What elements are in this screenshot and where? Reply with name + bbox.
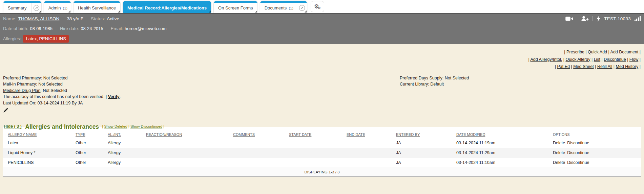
lightning-bolt-icon[interactable] [597, 16, 600, 22]
tab-documents-label: Documents [260, 1, 291, 13]
last-updated-row: Last Updated On: 03-14-2024 11:19 By JA [3, 100, 400, 106]
settings-gear-button[interactable]: ⚙⚙ [311, 1, 324, 12]
quick-allergy-link[interactable]: Quick Allergy [565, 57, 590, 62]
current-library-link[interactable]: Current Library [400, 82, 428, 87]
show-discontinued-link[interactable]: Show Discontinued [130, 124, 162, 128]
status-label: Status: [91, 16, 105, 21]
quick-links-row-1: | Prescribe | Quick Add | Add Document | [0, 49, 641, 56]
tab-on-screen-forms-label: On Screen Forms [214, 1, 257, 13]
tab-documents[interactable]: Documents (1) [260, 1, 307, 13]
tab-documents-count: (1) [289, 1, 296, 13]
quick-action-links: | Prescribe | Quick Add | Add Document |… [0, 49, 644, 71]
discontinue-link[interactable]: Discontinue [567, 141, 589, 145]
pharmacy-info-block: Preferred Pharmacy: Not Selected Mail-In… [3, 75, 400, 106]
tab-health-surveillance-label: Health Surveillance [74, 1, 120, 13]
current-library-value: Default [430, 82, 444, 87]
discontinue-link[interactable]: Discontinue [567, 160, 589, 165]
chart-id: TEST-10033 [604, 16, 631, 21]
medicare-plan-value: Not Selected [43, 88, 67, 93]
popout-icon[interactable] [297, 3, 307, 13]
tab-admin-count: (1) [63, 1, 70, 13]
show-deleted-link[interactable]: Show Deleted [104, 124, 127, 128]
col-date-modified: DATE MODIFIED [455, 130, 552, 138]
table-row: Latex Other Allergy JA 03-14-2024 11:19a… [3, 138, 641, 148]
patient-dob: 08-09-1985 [30, 26, 53, 31]
quick-links-row-2: | Add Allergy/Intol. | Quick Allergy | L… [0, 56, 641, 64]
table-header-row: ALLERGY NAME TYPE AL./INT. REACTION/REAS… [3, 130, 641, 138]
last-updated-text: Last Updated On: 03-14-2024 11:19 By [3, 101, 77, 105]
list-link[interactable]: List [594, 57, 600, 62]
dob-label: Date of birth: [3, 26, 28, 31]
quick-add-link[interactable]: Quick Add [588, 50, 607, 54]
patient-hire-date: 08-24-2015 [81, 26, 103, 31]
patient-status: Active [107, 16, 119, 21]
tab-summary-label: Summary [3, 1, 31, 13]
accuracy-row: The accuracy of this content has not yet… [3, 94, 400, 100]
delete-link[interactable]: Delete [553, 160, 565, 165]
discontinue-link[interactable]: Discontinue [604, 57, 626, 62]
add-document-link[interactable]: Add Document [610, 50, 639, 54]
col-entered-by: ENTERED BY [395, 130, 455, 138]
preferred-pharmacy-row: Preferred Pharmacy: Not Selected [3, 75, 400, 81]
col-end-date: END DATE [345, 130, 395, 138]
col-comments: COMMENTS [232, 130, 288, 138]
col-start-date: START DATE [288, 130, 345, 138]
mailin-pharmacy-row: Mail-In Pharmacy: Not Selected [3, 81, 400, 88]
supply-info-block: Preferred Days Supply: Not Selected Curr… [400, 75, 644, 106]
delete-link[interactable]: Delete [553, 141, 565, 145]
mailin-pharmacy-value: Not Selected [38, 82, 63, 87]
add-allergy-intol-link[interactable]: Add Allergy/Intol. [530, 57, 562, 62]
refill-all-link[interactable]: Refill All [597, 64, 612, 69]
col-type: TYPE [74, 130, 106, 138]
patient-header-band: Name: THOMAS, ALLISON 38 y/o F Status: A… [0, 13, 644, 44]
mailin-pharmacy-link[interactable]: Mail-In Pharmacy [3, 82, 36, 87]
tab-bar: Summary Admin (1) Health Surveillance Me… [0, 0, 644, 13]
verify-link[interactable]: Verify [108, 94, 120, 99]
col-reaction: REACTION/REASON [145, 130, 232, 138]
email-label: Email: [111, 26, 123, 31]
hide-section-link[interactable]: Hide ( 3 ) [4, 124, 22, 129]
days-supply-value: Not Selected [445, 76, 469, 80]
medicare-plan-row: Medicare Drug Plan: Not Selected [3, 88, 400, 94]
tab-health-surveillance[interactable]: Health Surveillance [74, 1, 120, 13]
popout-icon[interactable] [31, 3, 41, 13]
allergy-name-cell: PENICILLINS [3, 158, 74, 168]
tab-on-screen-forms[interactable]: On Screen Forms [214, 1, 257, 13]
prescribe-link[interactable]: Prescribe [566, 50, 584, 54]
allergy-name-cell: Liquid Honey * [3, 148, 74, 158]
edit-pencil-icon[interactable] [0, 108, 644, 113]
col-allergy-name: ALLERGY NAME [3, 130, 74, 138]
delete-link[interactable]: Delete [553, 150, 565, 155]
discontinue-link[interactable]: Discontinue [567, 150, 589, 155]
med-history-link[interactable]: Med History [616, 64, 639, 69]
tab-medical-record[interactable]: Medical Record:Allergies/Medications [123, 1, 211, 13]
hire-date-label: Hire date: [60, 26, 79, 31]
patient-age-sex: 38 y/o F [67, 16, 83, 21]
col-options: OPTIONS [552, 130, 641, 138]
allergies-badge[interactable]: Latex, PENICILLINS [23, 35, 69, 43]
flow-link[interactable]: Flow [629, 57, 638, 62]
preferred-pharmacy-value: Not Selected [43, 76, 68, 80]
divider [593, 16, 593, 21]
current-library-row: Current Library: Default [400, 81, 644, 88]
tab-admin[interactable]: Admin (1) [44, 1, 71, 13]
video-camera-icon[interactable] [565, 16, 573, 21]
medicare-plan-link[interactable]: Medicare Drug Plan [3, 88, 40, 93]
tab-admin-label: Admin [44, 1, 65, 13]
allergies-section-header: Hide ( 3 ) Allergies and Intolerances | … [3, 123, 166, 130]
table-row: Liquid Honey * Other Allergy JA 03-14-20… [3, 148, 641, 158]
patient-email: horner@mieweb.com [125, 26, 167, 31]
days-supply-link[interactable]: Preferred Days Supply [400, 76, 442, 80]
person-add-icon[interactable] [581, 16, 589, 21]
preferred-pharmacy-link[interactable]: Preferred Pharmacy [3, 76, 41, 80]
table-paging-status: DISPLAYING 1-3 / 3 [3, 168, 641, 176]
days-supply-row: Preferred Days Supply: Not Selected [400, 75, 644, 81]
allergy-name-cell: Latex [3, 138, 74, 148]
patient-name-link[interactable]: THOMAS, ALLISON [18, 16, 60, 21]
pat-ed-link[interactable]: Pat.Ed [557, 64, 570, 69]
tab-summary[interactable]: Summary [3, 1, 41, 13]
last-updated-by-link[interactable]: JA [78, 101, 83, 105]
show-filter-links: | Show Deleted | Show Discontinued | [102, 124, 165, 128]
flowsheet-chart-icon[interactable] [635, 16, 641, 21]
med-sheet-link[interactable]: Med Sheet [573, 64, 594, 69]
